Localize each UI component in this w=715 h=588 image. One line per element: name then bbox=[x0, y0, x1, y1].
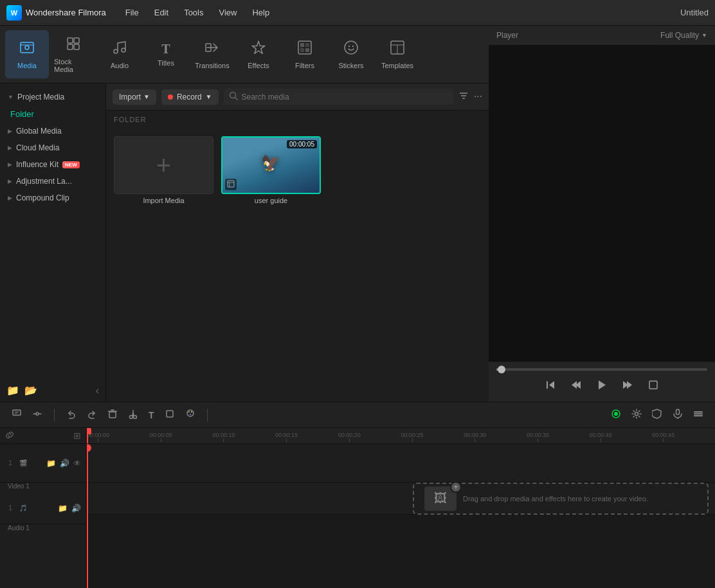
sidebar-item-folder[interactable]: Folder bbox=[0, 105, 105, 123]
import-media-thumb: + bbox=[114, 136, 213, 194]
audio-track-folder-icon[interactable]: 📁 bbox=[58, 504, 68, 513]
sidebar-item-cloud-media[interactable]: ▶ Cloud Media bbox=[0, 139, 105, 156]
sidebar-item-influence-kit[interactable]: ▶ Influence Kit NEW bbox=[0, 156, 105, 173]
add-track-icon[interactable]: ⊞ bbox=[73, 431, 81, 441]
toolbar-btn-stickers[interactable]: Stickers bbox=[329, 30, 373, 78]
timeline-text-button[interactable]: T bbox=[145, 406, 158, 423]
ruler-mark-15: 00:00:15 bbox=[275, 432, 298, 442]
player-quality[interactable]: Full Quality ▼ bbox=[660, 31, 707, 40]
menu-view[interactable]: View bbox=[212, 5, 243, 20]
timeline-select-tool[interactable] bbox=[8, 406, 26, 423]
audio-track-vol-icon[interactable]: 🔊 bbox=[71, 504, 81, 513]
import-media-item[interactable]: + Import Media bbox=[114, 136, 213, 204]
sidebar-item-project-media[interactable]: ▼ Project Media bbox=[0, 89, 105, 105]
player-header: Player Full Quality ▼ bbox=[489, 26, 715, 46]
timeline-undo-button[interactable] bbox=[62, 406, 80, 423]
timeline-cut-button[interactable] bbox=[124, 406, 142, 423]
svg-rect-37 bbox=[13, 410, 21, 415]
timeline-delete-button[interactable] bbox=[104, 406, 122, 423]
audio-track-info: 1 🎵 bbox=[5, 504, 27, 512]
svg-point-56 bbox=[635, 413, 638, 416]
record-button[interactable]: Record ▼ bbox=[161, 89, 219, 105]
player-timeline[interactable] bbox=[496, 368, 707, 371]
video-track-audio-icon[interactable]: 🔊 bbox=[60, 459, 69, 468]
menu-tools[interactable]: Tools bbox=[177, 5, 210, 20]
toolbar-btn-stock[interactable]: Stock Media bbox=[51, 30, 95, 78]
player-fullscreen-button[interactable] bbox=[646, 377, 661, 395]
import-dropdown-icon: ▼ bbox=[143, 93, 150, 100]
import-button[interactable]: Import ▼ bbox=[113, 89, 156, 105]
sidebar-label-influence-kit: Influence Kit bbox=[16, 160, 59, 169]
filters-icon bbox=[297, 40, 312, 59]
player-play-button[interactable] bbox=[594, 377, 610, 395]
player-prev-button[interactable] bbox=[543, 377, 558, 395]
sidebar-item-global-media[interactable]: ▶ Global Media bbox=[0, 123, 105, 139]
ruler-mark-45: 00:00:45 bbox=[652, 432, 674, 442]
ruler-marks: 00:00:00 00:00:05 00:00:10 00:00:15 00:0… bbox=[87, 428, 715, 442]
timeline-redo-button[interactable] bbox=[83, 406, 101, 423]
drop-zone-text: Drag and drop media and effects here to … bbox=[463, 495, 648, 503]
arrow-icon: ▼ bbox=[8, 94, 14, 100]
link-icon[interactable] bbox=[5, 431, 14, 441]
toolbar-label-transitions: Transitions bbox=[195, 62, 229, 69]
timeline-color-button[interactable] bbox=[181, 406, 199, 423]
player-forward-button[interactable] bbox=[620, 377, 635, 395]
timeline-tracks-left: ⊞ 1 🎬 📁 🔊 👁 Video 1 bbox=[0, 428, 87, 588]
svg-rect-12 bbox=[305, 43, 309, 47]
timeline-shield-button[interactable] bbox=[648, 406, 666, 423]
toolbar-label-audio: Audio bbox=[111, 62, 129, 69]
content-area: ▼ Project Media Folder ▶ Global Media ▶ … bbox=[0, 84, 489, 402]
menu-help[interactable]: Help bbox=[246, 5, 276, 20]
timeline-ripple-tool[interactable] bbox=[28, 406, 46, 423]
timeline-more-button[interactable] bbox=[689, 406, 707, 423]
toolbar-btn-templates[interactable]: Templates bbox=[376, 30, 419, 78]
duration-badge: 00:00:05 bbox=[287, 140, 317, 148]
audio-track-label: 1 🎵 📁 🔊 bbox=[0, 492, 86, 524]
svg-point-45 bbox=[134, 416, 137, 419]
media-toolbar: Import ▼ Record ▼ bbox=[106, 84, 489, 111]
more-icon[interactable]: ··· bbox=[474, 91, 482, 103]
filter-icon[interactable] bbox=[458, 91, 469, 103]
audio-track[interactable]: + Drag and drop media and effects here t… bbox=[87, 483, 715, 515]
timeline-record-tool[interactable] bbox=[607, 406, 625, 423]
new-badge: NEW bbox=[62, 161, 80, 168]
toolbar-btn-audio[interactable]: Audio bbox=[98, 30, 141, 78]
media-area: Import ▼ Record ▼ bbox=[106, 84, 489, 402]
user-guide-item[interactable]: 00:00:05 user guide bbox=[221, 136, 321, 204]
collapse-sidebar-icon[interactable]: ‹ bbox=[96, 385, 99, 396]
timeline-playhead-line bbox=[87, 444, 88, 588]
video-track-folder-icon[interactable]: 📁 bbox=[46, 459, 56, 468]
timeline-ruler[interactable]: 00:00:00 00:00:05 00:00:10 00:00:15 00:0… bbox=[87, 428, 715, 444]
ruler-mark-5: 00:00:05 bbox=[150, 432, 172, 442]
player-buttons bbox=[496, 377, 707, 395]
player-rewind-button[interactable] bbox=[568, 377, 584, 395]
bottom-panel: T bbox=[0, 402, 715, 588]
sidebar-item-adjustment[interactable]: ▶ Adjustment La... bbox=[0, 173, 105, 190]
video-track-eye-icon[interactable]: 👁 bbox=[73, 459, 81, 468]
add-media-plus-icon: + bbox=[450, 481, 462, 493]
svg-rect-13 bbox=[300, 48, 304, 52]
video-track[interactable] bbox=[87, 444, 715, 483]
menu-edit[interactable]: Edit bbox=[148, 5, 175, 20]
search-bar[interactable] bbox=[224, 89, 453, 105]
sidebar-bottom-icons: 📁 📂 bbox=[6, 384, 37, 396]
new-folder-icon[interactable]: 📁 bbox=[6, 384, 19, 396]
toolbar-btn-media[interactable]: Media bbox=[5, 30, 49, 78]
sidebar-item-compound-clip[interactable]: ▶ Compound Clip bbox=[0, 190, 105, 206]
timeline-settings-button[interactable] bbox=[628, 406, 646, 423]
toolbar-btn-transitions[interactable]: Transitions bbox=[190, 30, 234, 78]
timeline-crop-button[interactable] bbox=[161, 406, 179, 423]
window-title: Untitled bbox=[680, 8, 709, 17]
video-track-label: 1 🎬 📁 🔊 👁 bbox=[0, 444, 86, 483]
menu-file[interactable]: File bbox=[119, 5, 145, 20]
svg-rect-4 bbox=[74, 38, 79, 43]
add-folder-icon[interactable]: 📂 bbox=[24, 384, 37, 396]
toolbar-btn-titles[interactable]: T Titles bbox=[144, 30, 188, 78]
svg-rect-61 bbox=[694, 415, 703, 416]
svg-point-17 bbox=[352, 45, 354, 46]
search-input[interactable] bbox=[242, 93, 448, 102]
toolbar-btn-effects[interactable]: Effects bbox=[237, 30, 280, 78]
timeline-mic-button[interactable] bbox=[669, 406, 687, 423]
svg-rect-60 bbox=[694, 413, 703, 414]
toolbar-btn-filters[interactable]: Filters bbox=[283, 30, 327, 78]
